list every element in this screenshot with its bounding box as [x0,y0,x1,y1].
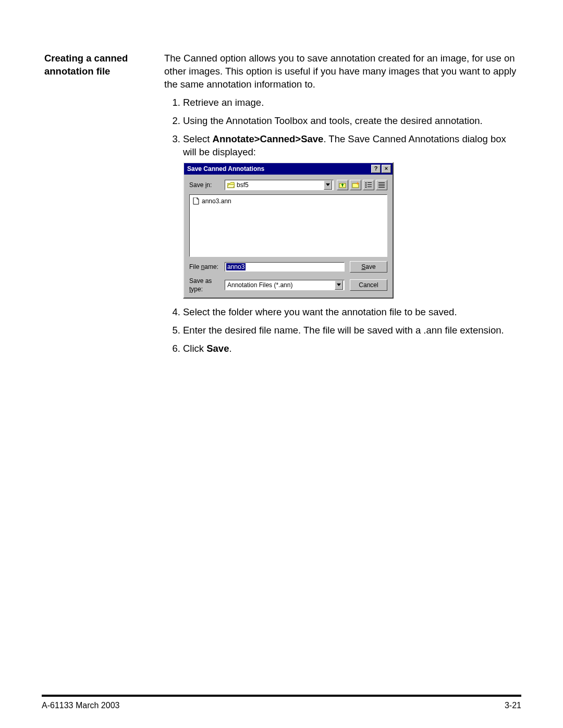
svg-marker-1 [227,184,235,188]
help-button[interactable]: ? [371,165,381,173]
file-name-label: File name: [189,263,225,271]
file-icon [193,198,199,205]
svg-rect-8 [365,184,366,186]
svg-rect-11 [368,184,372,185]
step-3: Select Annotate>Canned>Save. The Save Ca… [183,133,521,299]
close-button[interactable]: × [382,165,391,173]
new-folder-button[interactable] [350,180,361,190]
details-icon [378,182,385,188]
file-name-value: anno3 [226,263,246,270]
list-view-button[interactable] [363,180,374,190]
chevron-down-icon[interactable] [335,280,343,290]
svg-rect-10 [368,182,372,183]
save-button[interactable]: Save [350,261,387,273]
new-folder-icon [352,182,359,188]
details-view-button[interactable] [376,180,387,190]
folder-open-icon [227,182,235,188]
svg-rect-13 [378,182,385,183]
svg-rect-14 [378,184,385,184]
cancel-button[interactable]: Cancel [350,279,387,291]
file-name-input[interactable]: anno3 [225,262,345,272]
footer-page-number: 3-21 [505,701,521,710]
chevron-down-icon[interactable] [324,180,332,190]
svg-marker-17 [193,198,199,204]
dialog-titlebar: Save Canned Annotations ? × [184,163,393,175]
list-icon [365,182,372,188]
save-as-type-value: Annotation Files (*.ann) [227,281,292,289]
up-folder-icon [339,182,346,188]
footer-rule [42,695,521,697]
save-in-value: bsf5 [237,181,249,189]
file-list[interactable]: anno3.ann [189,194,387,257]
svg-rect-15 [378,186,385,186]
step-2: Using the Annotation Toolbox and tools, … [183,115,521,128]
step-4: Select the folder where you want the ann… [183,306,521,319]
save-as-type-label: Save as type: [189,277,225,293]
save-in-label: Save in: [189,181,225,189]
footer-left: A-61133 March 2003 [42,701,119,710]
dialog-title: Save Canned Annotations [187,165,370,173]
step-1: Retrieve an image. [183,96,521,109]
steps-list: Retrieve an image. Using the Annotation … [164,96,521,355]
step-5: Enter the desired file name. The file wi… [183,324,521,337]
intro-paragraph: The Canned option allows you to save ann… [164,52,521,91]
save-canned-annotations-dialog: Save Canned Annotations ? × Save in: [183,162,394,299]
svg-rect-16 [378,187,385,188]
up-one-level-button[interactable] [337,180,348,190]
section-heading: Creating a canned annotation file [44,52,164,78]
svg-rect-7 [365,182,366,183]
save-in-dropdown[interactable]: bsf5 [225,180,334,190]
step-6: Click Save. [183,342,521,355]
file-list-item[interactable]: anno3.ann [193,197,384,205]
file-list-item-label: anno3.ann [202,197,231,205]
save-as-type-dropdown[interactable]: Annotation Files (*.ann) [225,280,345,290]
svg-rect-9 [365,187,366,188]
svg-rect-12 [368,187,372,187]
